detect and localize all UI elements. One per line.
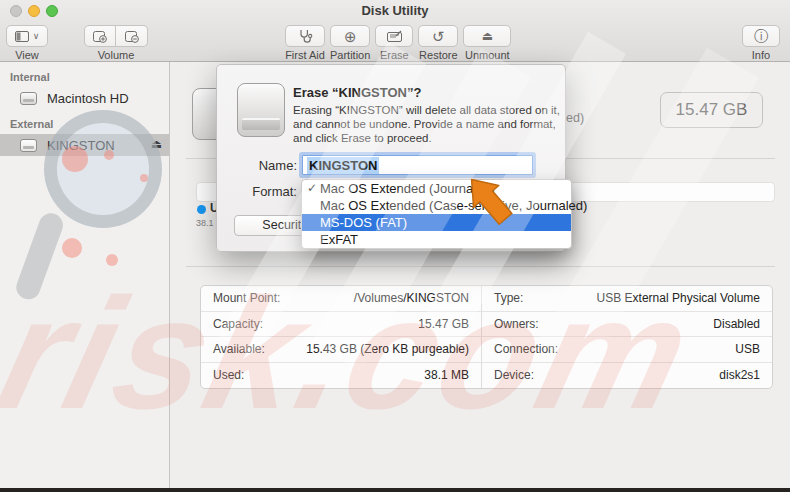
row-label: Mount Point: bbox=[213, 291, 280, 305]
unmount-eject-icon: ⏏ bbox=[482, 30, 493, 42]
sidebar-item-label: KINGSTON bbox=[47, 138, 115, 153]
table-row: Capacity: 15.47 GB bbox=[201, 312, 481, 338]
first-aid-stethoscope-icon bbox=[298, 29, 313, 43]
first-aid-button[interactable] bbox=[285, 25, 325, 47]
row-value: USB bbox=[735, 342, 760, 356]
name-input-selected-text: KINGSTON bbox=[307, 157, 379, 174]
format-field-label: Format: bbox=[225, 184, 297, 199]
restore-arrow-icon: ↺ bbox=[432, 29, 445, 44]
erase-button[interactable] bbox=[375, 25, 413, 47]
checkmark-icon: ✓ bbox=[307, 180, 319, 197]
eject-icon[interactable]: ⏏ bbox=[151, 137, 162, 151]
row-label: Available: bbox=[213, 342, 265, 356]
volume-minus-icon bbox=[125, 30, 139, 43]
row-value: 38.1 MB bbox=[424, 368, 469, 382]
row-value: USB External Physical Volume bbox=[597, 291, 760, 305]
row-value: 15.43 GB (Zero KB purgeable) bbox=[306, 342, 469, 356]
table-row: Device: disk2s1 bbox=[482, 363, 772, 388]
used-legend-value-fragment: 38.1 MB bbox=[196, 218, 216, 228]
menu-item-mac-os-extended-case-sensitive[interactable]: Mac OS Extended (Case-sensitive, Journal… bbox=[302, 197, 571, 214]
menu-item-ms-dos-fat[interactable]: MS-DOS (FAT) bbox=[302, 214, 571, 231]
partition-button[interactable]: ⊕ bbox=[330, 25, 370, 47]
section-divider bbox=[186, 266, 775, 267]
toolbar-view: ∨ View bbox=[6, 25, 48, 61]
info-button[interactable]: ⓘ bbox=[742, 25, 780, 47]
toolbar-first-aid: First Aid bbox=[285, 25, 325, 61]
restore-label: Restore bbox=[419, 49, 458, 61]
toolbar-erase: Erase bbox=[375, 25, 413, 61]
info-label: Info bbox=[752, 49, 770, 61]
internal-disk-icon bbox=[20, 92, 37, 105]
sidebar-item-macintosh-hd[interactable]: Macintosh HD bbox=[0, 87, 169, 109]
table-row: Type: USB External Physical Volume bbox=[482, 286, 772, 312]
table-row: Used: 38.1 MB bbox=[201, 363, 481, 388]
row-label: Capacity: bbox=[213, 317, 263, 331]
table-row: Available: 15.43 GB (Zero KB purgeable) bbox=[201, 337, 481, 363]
pointer-arrow-icon bbox=[466, 174, 522, 234]
toolbar-actions: First Aid ⊕ Partition Erase ↺ Restore bbox=[285, 25, 511, 61]
volume-label: Volume bbox=[98, 49, 135, 61]
volume-subtitle-fragment: ed) bbox=[566, 111, 584, 125]
add-volume-button[interactable] bbox=[84, 25, 116, 47]
window-bottom-edge bbox=[0, 488, 790, 492]
menu-item-label: Mac OS Extended (Case-sensitive, Journal… bbox=[320, 198, 587, 213]
menu-item-label: ExFAT bbox=[320, 232, 358, 247]
capacity-badge: 15.47 GB bbox=[660, 92, 763, 128]
volume-plus-icon bbox=[93, 30, 107, 43]
toolbar-partition: ⊕ Partition bbox=[330, 25, 370, 61]
sidebar-item-label: Macintosh HD bbox=[47, 91, 129, 106]
toolbar-info: ⓘ Info bbox=[742, 25, 780, 61]
unmount-button[interactable]: ⏏ bbox=[463, 25, 511, 47]
row-label: Type: bbox=[494, 291, 523, 305]
remove-volume-button[interactable] bbox=[116, 25, 148, 47]
volume-info-table: Mount Point: /Volumes/KINGSTON Capacity:… bbox=[200, 285, 773, 389]
table-row: Mount Point: /Volumes/KINGSTON bbox=[201, 286, 481, 312]
menu-item-exfat[interactable]: ExFAT bbox=[302, 231, 571, 248]
disk-utility-window: Disk Utility ∨ View Volume bbox=[0, 0, 790, 492]
row-label: Used: bbox=[213, 368, 244, 382]
info-icon: ⓘ bbox=[754, 29, 768, 43]
name-input[interactable]: KINGSTON bbox=[302, 155, 533, 175]
partition-pie-icon: ⊕ bbox=[344, 29, 357, 44]
sidebar-item-kingston[interactable]: KINGSTON ⏏ bbox=[0, 134, 169, 156]
row-label: Device: bbox=[494, 368, 534, 382]
row-value: 15.47 GB bbox=[418, 317, 469, 331]
name-field-label: Name: bbox=[235, 158, 297, 173]
menu-item-label: MS-DOS (FAT) bbox=[320, 215, 407, 230]
table-row: Owners: Disabled bbox=[482, 312, 772, 338]
row-value: Disabled bbox=[713, 317, 760, 331]
format-dropdown-menu: ✓ Mac OS Extended (Journaled) Mac OS Ext… bbox=[301, 179, 572, 249]
window-title: Disk Utility bbox=[0, 3, 790, 18]
dialog-disk-icon bbox=[237, 83, 285, 137]
titlebar: Disk Utility ∨ View Volume bbox=[0, 0, 790, 62]
table-row: Connection: USB bbox=[482, 337, 772, 363]
chevron-down-icon: ∨ bbox=[33, 32, 40, 41]
sidebar-header-external: External bbox=[10, 118, 169, 130]
toolbar-restore: ↺ Restore bbox=[418, 25, 458, 61]
erase-disk-icon bbox=[387, 30, 402, 42]
row-label: Connection: bbox=[494, 342, 558, 356]
unmount-label: Unmount bbox=[465, 49, 510, 61]
view-label: View bbox=[15, 49, 39, 61]
row-label: Owners: bbox=[494, 317, 539, 331]
sidebar-layout-icon bbox=[15, 31, 29, 42]
row-value: disk2s1 bbox=[719, 368, 760, 382]
sidebar: Internal Macintosh HD External KINGSTON … bbox=[0, 62, 170, 488]
row-value: /Volumes/KINGSTON bbox=[354, 291, 469, 305]
dialog-body-text: Erasing “KINGSTON” will delete all data … bbox=[293, 103, 561, 146]
toolbar-volume: Volume bbox=[84, 25, 148, 61]
menu-item-mac-os-extended-journaled[interactable]: ✓ Mac OS Extended (Journaled) bbox=[302, 180, 571, 197]
restore-button[interactable]: ↺ bbox=[418, 25, 458, 47]
external-disk-icon bbox=[20, 139, 37, 152]
partition-label: Partition bbox=[330, 49, 370, 61]
sidebar-header-internal: Internal bbox=[10, 71, 169, 83]
toolbar-unmount: ⏏ Unmount bbox=[463, 25, 511, 61]
view-button[interactable]: ∨ bbox=[6, 25, 48, 47]
used-legend-dot bbox=[197, 205, 206, 214]
first-aid-label: First Aid bbox=[285, 49, 325, 61]
erase-label: Erase bbox=[380, 49, 409, 61]
dialog-title: Erase “KINGSTON”? bbox=[293, 85, 421, 100]
